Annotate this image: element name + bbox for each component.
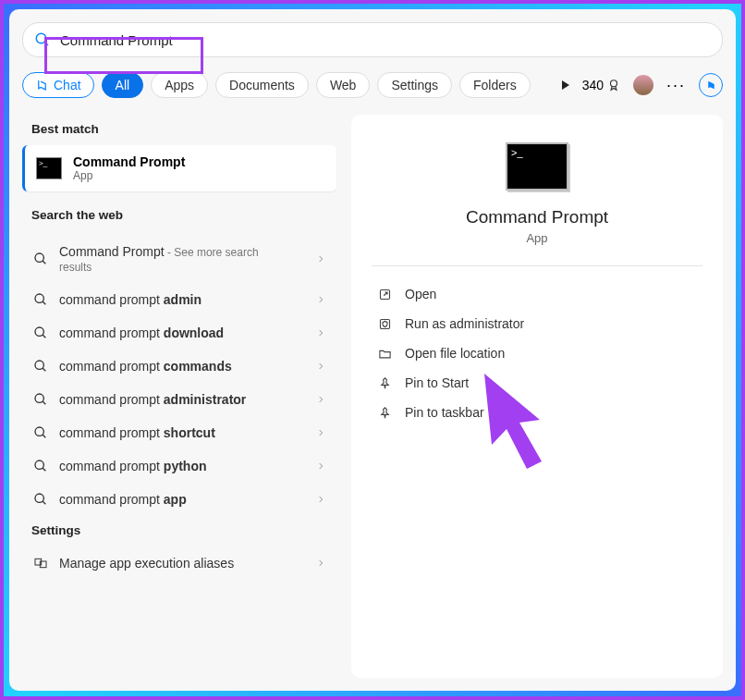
action-label: Pin to Start bbox=[405, 375, 469, 390]
annotation-arrow bbox=[475, 369, 558, 471]
settings-heading: Settings bbox=[22, 516, 336, 546]
chevron-right-icon bbox=[316, 253, 325, 264]
web-result-row[interactable]: command prompt download bbox=[22, 316, 336, 350]
search-web-heading: Search the web bbox=[22, 201, 336, 231]
web-result-row[interactable]: command prompt app bbox=[22, 483, 336, 516]
chevron-right-icon bbox=[316, 327, 325, 338]
web-result-label: command prompt commands bbox=[59, 359, 305, 374]
search-row bbox=[22, 22, 723, 57]
shield-icon bbox=[377, 317, 392, 331]
bing-button[interactable] bbox=[699, 73, 723, 97]
web-result-row[interactable]: command prompt commands bbox=[22, 350, 336, 383]
chevron-right-icon bbox=[316, 427, 325, 438]
divider bbox=[372, 265, 702, 266]
folder-icon bbox=[377, 347, 392, 361]
tab-folders[interactable]: Folders bbox=[459, 72, 531, 98]
web-result-label: command prompt download bbox=[59, 325, 305, 340]
pin-icon bbox=[377, 406, 392, 420]
best-match-heading: Best match bbox=[22, 115, 336, 145]
web-result-row[interactable]: command prompt administrator bbox=[22, 383, 336, 416]
svg-line-4 bbox=[43, 261, 45, 264]
rewards-count: 340 bbox=[582, 78, 604, 92]
tabs-row: Chat All Apps Documents Web Settings Fol… bbox=[22, 72, 723, 98]
chat-tab[interactable]: Chat bbox=[22, 72, 94, 98]
chevron-right-icon bbox=[316, 394, 325, 405]
tab-web[interactable]: Web bbox=[316, 72, 371, 98]
web-result-label: command prompt administrator bbox=[59, 392, 305, 407]
svg-point-15 bbox=[35, 461, 43, 469]
search-icon bbox=[33, 425, 48, 440]
search-icon bbox=[34, 31, 51, 48]
web-result-row[interactable]: command prompt admin bbox=[22, 283, 336, 316]
action-label: Open bbox=[405, 287, 436, 301]
web-result-label: command prompt app bbox=[59, 492, 305, 507]
more-icon[interactable]: ··· bbox=[666, 76, 686, 95]
svg-line-12 bbox=[43, 401, 45, 404]
action-open-file-location[interactable]: Open file location bbox=[372, 338, 702, 368]
svg-point-11 bbox=[35, 394, 43, 402]
svg-point-2 bbox=[610, 80, 617, 87]
web-result-row[interactable]: command prompt python bbox=[22, 449, 336, 483]
user-avatar[interactable] bbox=[633, 75, 653, 95]
search-input[interactable] bbox=[60, 32, 711, 48]
web-results-list: Command Prompt - See more searchresultsc… bbox=[22, 235, 336, 516]
svg-line-18 bbox=[43, 501, 45, 504]
chevron-right-icon bbox=[316, 361, 325, 372]
cmd-app-icon bbox=[36, 157, 62, 179]
best-match-title: Command Prompt bbox=[73, 154, 185, 169]
tab-all[interactable]: All bbox=[102, 72, 144, 98]
overflow-arrow-icon[interactable] bbox=[562, 80, 569, 90]
svg-line-16 bbox=[43, 468, 45, 471]
search-icon bbox=[33, 392, 48, 407]
rewards-badge[interactable]: 340 bbox=[582, 78, 620, 92]
web-result-label: command prompt shortcut bbox=[59, 425, 305, 440]
web-result-row[interactable]: Command Prompt - See more searchresults bbox=[22, 235, 336, 283]
search-icon bbox=[33, 325, 48, 340]
web-result-row[interactable]: command prompt shortcut bbox=[22, 416, 336, 449]
svg-line-10 bbox=[43, 368, 45, 371]
chevron-right-icon bbox=[316, 494, 325, 505]
search-icon bbox=[33, 459, 48, 473]
tab-settings[interactable]: Settings bbox=[377, 72, 452, 98]
tabs-right: 340 ··· bbox=[562, 73, 723, 97]
chevron-right-icon bbox=[316, 558, 325, 569]
search-box[interactable] bbox=[22, 22, 723, 57]
svg-line-6 bbox=[43, 301, 45, 304]
bing-chat-icon bbox=[35, 79, 49, 92]
chat-label: Chat bbox=[54, 78, 81, 92]
search-icon bbox=[33, 359, 48, 374]
svg-point-17 bbox=[35, 494, 43, 502]
web-result-label: command prompt python bbox=[59, 459, 305, 473]
action-label: Pin to taskbar bbox=[405, 405, 484, 420]
svg-point-5 bbox=[35, 294, 43, 302]
svg-line-1 bbox=[44, 42, 48, 45]
tab-documents[interactable]: Documents bbox=[215, 72, 309, 98]
search-icon bbox=[33, 292, 48, 307]
svg-line-8 bbox=[43, 335, 45, 338]
open-icon bbox=[377, 288, 392, 301]
action-run-as-administrator[interactable]: Run as administrator bbox=[372, 309, 702, 338]
chevron-right-icon bbox=[316, 294, 325, 305]
medal-icon bbox=[607, 79, 620, 92]
best-match-result[interactable]: Command Prompt App bbox=[22, 145, 336, 191]
settings-item-label: Manage app execution aliases bbox=[59, 556, 305, 571]
content-area: Best match Command Prompt App Search the… bbox=[22, 115, 723, 678]
action-label: Open file location bbox=[405, 346, 505, 361]
svg-line-14 bbox=[43, 435, 45, 437]
best-match-sub: App bbox=[73, 169, 185, 182]
search-panel: Chat All Apps Documents Web Settings Fol… bbox=[9, 9, 736, 691]
search-icon bbox=[33, 492, 48, 507]
pin-icon bbox=[377, 376, 392, 390]
results-column: Best match Command Prompt App Search the… bbox=[22, 115, 336, 678]
web-result-label: Command Prompt - See more searchresults bbox=[59, 244, 305, 274]
tab-apps[interactable]: Apps bbox=[151, 72, 208, 98]
detail-app-icon bbox=[506, 142, 568, 190]
chevron-right-icon bbox=[316, 461, 325, 472]
action-open[interactable]: Open bbox=[372, 279, 702, 309]
settings-item[interactable]: Manage app execution aliases bbox=[22, 546, 336, 580]
svg-point-0 bbox=[36, 33, 46, 43]
svg-point-7 bbox=[35, 327, 43, 336]
settings-alias-icon bbox=[33, 556, 48, 571]
web-result-label: command prompt admin bbox=[59, 292, 305, 307]
svg-point-13 bbox=[35, 427, 43, 436]
